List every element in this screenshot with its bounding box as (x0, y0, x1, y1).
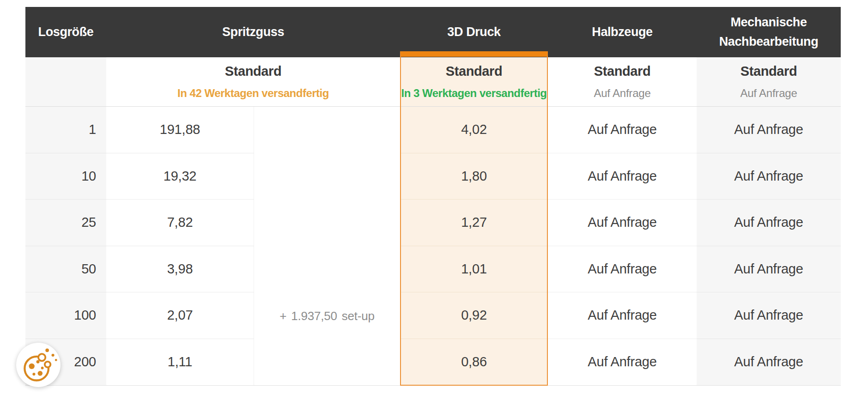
price-cell-spritzguss[interactable]: 3,98 (106, 246, 254, 293)
header-3d-druck: 3D Druck (400, 7, 548, 57)
header-3d-druck-label: 3D Druck (447, 25, 500, 39)
setup-cost-note: + 1.937,50 set-up (254, 309, 400, 323)
header-spritzguss-label: Spritzguss (222, 25, 284, 39)
option-delivery-note: In 42 Werktagen versandfertig (177, 87, 329, 100)
price-cell-3d-druck[interactable]: 0,92 (400, 292, 548, 339)
cookie-icon (18, 345, 59, 385)
option-delivery-note: In 3 Werktagen versandfertig (401, 87, 547, 100)
price-cell-halbzeuge[interactable]: Auf Anfrage (548, 246, 697, 293)
lot-size-cell: 25 (25, 200, 106, 246)
header-spritzguss: Spritzguss (106, 7, 400, 57)
header-halbzeuge: Halbzeuge (548, 7, 697, 57)
setup-cost-cell: + 1.937,50 set-up (254, 107, 400, 385)
lot-size-cell: 100 (25, 292, 106, 339)
price-cell-spritzguss[interactable]: 1,11 (106, 339, 254, 386)
option-row: Standard In 42 Werktagen versandfertig S… (25, 57, 841, 107)
price-cell-spritzguss[interactable]: 2,07 (106, 292, 254, 339)
price-cell-mechanisch[interactable]: Auf Anfrage (697, 246, 841, 293)
price-cell-3d-druck[interactable]: 1,01 (400, 246, 548, 293)
lot-size-cell: 10 (25, 153, 106, 200)
price-cell-halbzeuge[interactable]: Auf Anfrage (548, 339, 697, 386)
option-3d-druck-standard[interactable]: Standard In 3 Werktagen versandfertig (400, 57, 548, 106)
table-body: + 1.937,50 set-up 1 191,88 4,02 Auf Anfr… (25, 107, 841, 386)
option-spritzguss-standard[interactable]: Standard In 42 Werktagen versandfertig (106, 57, 400, 106)
price-cell-mechanisch[interactable]: Auf Anfrage (697, 292, 841, 339)
option-tier-label: Standard (446, 64, 503, 79)
price-cell-3d-druck[interactable]: 4,02 (400, 107, 548, 153)
cookie-consent-button[interactable] (16, 343, 61, 387)
option-tier-label: Standard (741, 64, 797, 79)
price-cell-halbzeuge[interactable]: Auf Anfrage (548, 292, 697, 339)
option-delivery-note: Auf Anfrage (594, 87, 650, 100)
table-header-row: Losgröße Spritzguss 3D Druck Halbzeuge M… (25, 7, 841, 57)
option-delivery-note: Auf Anfrage (740, 87, 797, 100)
pricing-page: Losgröße Spritzguss 3D Druck Halbzeuge M… (0, 0, 868, 394)
price-cell-halbzeuge[interactable]: Auf Anfrage (548, 153, 697, 200)
option-tier-label: Standard (225, 64, 282, 79)
price-cell-mechanisch[interactable]: Auf Anfrage (697, 339, 841, 386)
price-cell-3d-druck[interactable]: 1,80 (400, 153, 548, 200)
header-lot-size-label: Losgröße (38, 25, 94, 39)
price-cell-halbzeuge[interactable]: Auf Anfrage (548, 107, 697, 153)
price-cell-spritzguss[interactable]: 19,32 (106, 153, 254, 200)
option-mechanisch-standard[interactable]: Standard Auf Anfrage (697, 57, 841, 106)
pricing-table: Losgröße Spritzguss 3D Druck Halbzeuge M… (25, 7, 841, 386)
price-cell-halbzeuge[interactable]: Auf Anfrage (548, 200, 697, 246)
price-cell-mechanisch[interactable]: Auf Anfrage (697, 153, 841, 200)
header-mechanische-nachbearbeitung-label: Mechanische Nachbearbeitung (706, 13, 831, 52)
option-lot-size-spacer (25, 57, 106, 106)
price-cell-mechanisch[interactable]: Auf Anfrage (697, 107, 841, 153)
lot-size-cell: 1 (25, 107, 106, 153)
header-halbzeuge-label: Halbzeuge (592, 25, 652, 39)
header-mechanische-nachbearbeitung: Mechanische Nachbearbeitung (697, 7, 841, 57)
price-cell-3d-druck[interactable]: 0,86 (400, 339, 548, 386)
lot-size-cell: 50 (25, 246, 106, 293)
option-tier-label: Standard (594, 64, 651, 79)
price-cell-3d-druck[interactable]: 1,27 (400, 200, 548, 246)
header-lot-size: Losgröße (25, 7, 106, 57)
option-halbzeuge-standard[interactable]: Standard Auf Anfrage (548, 57, 697, 106)
price-cell-spritzguss[interactable]: 191,88 (106, 107, 254, 153)
price-cell-mechanisch[interactable]: Auf Anfrage (697, 200, 841, 246)
price-cell-spritzguss[interactable]: 7,82 (106, 200, 254, 246)
